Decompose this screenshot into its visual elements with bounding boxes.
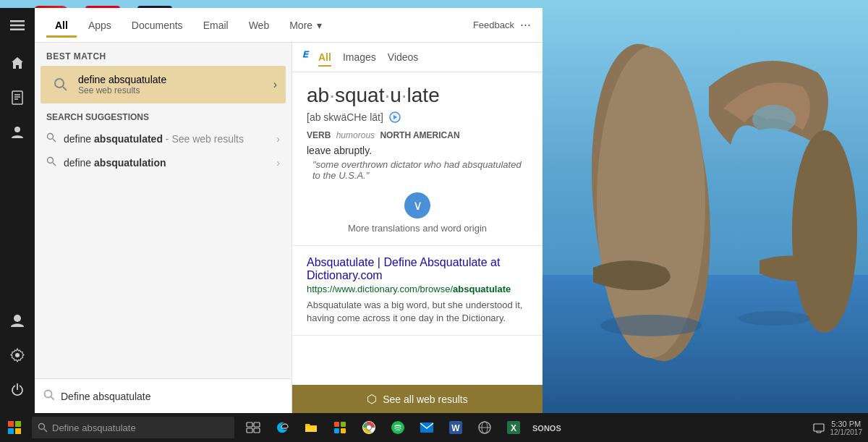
svg-point-7 bbox=[738, 311, 810, 326]
excel-icon[interactable]: X bbox=[501, 413, 527, 442]
bing-tab-videos[interactable]: Videos bbox=[388, 48, 419, 66]
dictionary-example: "some overthrown dictator who had absqua… bbox=[307, 159, 528, 181]
hamburger-menu-button[interactable] bbox=[0, 8, 35, 43]
svg-rect-60 bbox=[420, 422, 433, 433]
user-avatar-button[interactable] bbox=[0, 303, 35, 338]
svg-point-29 bbox=[15, 353, 20, 357]
see-all-web-results-bar[interactable]: ⬡ See all web results bbox=[292, 385, 542, 413]
tab-all[interactable]: All bbox=[46, 14, 77, 37]
svg-point-45 bbox=[39, 424, 45, 430]
people-nav-button[interactable] bbox=[0, 115, 35, 150]
tab-more[interactable]: More ▾ bbox=[281, 14, 331, 37]
see-all-icon: ⬡ bbox=[367, 392, 377, 406]
search-main-area: Best match define absquatulate See web r… bbox=[35, 43, 542, 413]
start-menu-sidebar bbox=[0, 8, 35, 413]
svg-line-32 bbox=[63, 87, 67, 90]
svg-rect-23 bbox=[12, 91, 22, 104]
expand-circle-icon[interactable]: ∨ bbox=[404, 192, 430, 218]
svg-text:W: W bbox=[451, 423, 460, 433]
more-dropdown-icon: ▾ bbox=[317, 20, 322, 31]
taskbar-app-icons: W X SONOS bbox=[240, 413, 566, 442]
dictionary-part-of-speech: VERB humorous NORTH AMERICAN bbox=[307, 130, 528, 140]
svg-rect-41 bbox=[8, 421, 14, 427]
svg-line-36 bbox=[53, 163, 56, 166]
notification-icon[interactable] bbox=[813, 422, 825, 433]
svg-line-46 bbox=[44, 429, 47, 432]
taskbar-search-text: Define absquatulate bbox=[52, 422, 136, 433]
taskbar-clock: 5:30 PM 12/1/2017 bbox=[830, 420, 863, 436]
tab-documents[interactable]: Documents bbox=[123, 14, 192, 37]
start-button[interactable] bbox=[0, 413, 29, 442]
svg-line-34 bbox=[53, 139, 56, 142]
sonos-icon[interactable]: SONOS bbox=[529, 413, 566, 442]
bing-tabs-bar: ᴱ All Images Videos bbox=[292, 43, 542, 72]
dictionary-link-result: Absquatulate | Define Absquatulate at Di… bbox=[292, 246, 542, 336]
suggestion-item-1[interactable]: define absquatulated - See web results › bbox=[35, 127, 292, 150]
svg-point-5 bbox=[792, 130, 857, 333]
more-translations-text: More translations and word origin bbox=[348, 223, 487, 234]
tab-apps[interactable]: Apps bbox=[80, 14, 120, 37]
bing-results-panel: ᴱ All Images Videos ab·squat·u·late [ab … bbox=[292, 43, 542, 413]
chrome-icon[interactable] bbox=[356, 413, 382, 442]
search-input-bar[interactable] bbox=[35, 378, 291, 413]
power-button[interactable] bbox=[0, 373, 35, 407]
search-bar-icon bbox=[43, 389, 55, 404]
svg-rect-55 bbox=[341, 428, 346, 433]
feedback-button[interactable]: Feedback bbox=[473, 20, 514, 30]
network-icon[interactable] bbox=[472, 413, 498, 442]
best-match-item[interactable]: define absquatulate See web results › bbox=[41, 66, 286, 103]
tab-web[interactable]: Web bbox=[240, 14, 278, 37]
home-button[interactable] bbox=[0, 46, 35, 80]
bing-tab-all[interactable]: All bbox=[318, 48, 331, 66]
svg-point-27 bbox=[14, 127, 20, 132]
settings-button[interactable] bbox=[0, 338, 35, 373]
svg-point-6 bbox=[600, 315, 702, 336]
svg-text:X: X bbox=[511, 423, 516, 433]
dictionary-link-title[interactable]: Absquatulate | Define Absquatulate at Di… bbox=[307, 256, 528, 282]
dictionary-more-button[interactable]: ∨ More translations and word origin bbox=[307, 192, 528, 234]
svg-rect-53 bbox=[341, 422, 346, 427]
search-suggestions-label: Search suggestions bbox=[35, 103, 292, 127]
suggestion-text-2: define absquatulation bbox=[64, 157, 276, 169]
best-match-title: define absquatulate bbox=[78, 74, 273, 85]
file-explorer-icon[interactable] bbox=[298, 413, 324, 442]
results-left-panel: Best match define absquatulate See web r… bbox=[35, 43, 292, 413]
best-match-arrow-icon: › bbox=[273, 78, 277, 91]
more-options-button[interactable]: ··· bbox=[520, 17, 531, 33]
filter-tabs-bar: All Apps Documents Email Web More ▾ Feed… bbox=[35, 8, 542, 43]
edge-icon[interactable] bbox=[269, 413, 295, 442]
taskbar-search-box[interactable]: Define absquatulate bbox=[32, 417, 234, 438]
svg-rect-42 bbox=[15, 421, 21, 427]
svg-point-4 bbox=[752, 105, 796, 134]
suggestion-search-icon-1 bbox=[46, 132, 56, 145]
svg-point-33 bbox=[48, 134, 54, 140]
dictionary-card: ab·squat·u·late [ab skwäCHe lāt] VERB hu… bbox=[292, 72, 542, 246]
search-panel: All Apps Documents Email Web More ▾ Feed… bbox=[35, 8, 542, 413]
svg-rect-49 bbox=[247, 428, 252, 433]
windows-store-icon[interactable] bbox=[327, 413, 353, 442]
documents-nav-button[interactable] bbox=[0, 80, 35, 115]
search-result-icon bbox=[49, 73, 72, 96]
svg-rect-54 bbox=[334, 428, 339, 433]
taskbar-right-area: 5:30 PM 12/1/2017 bbox=[813, 420, 869, 436]
svg-rect-20 bbox=[10, 20, 25, 22]
suggestion-chevron-1: › bbox=[276, 133, 280, 145]
svg-rect-44 bbox=[15, 428, 21, 434]
svg-rect-51 bbox=[305, 426, 317, 432]
tab-email[interactable]: Email bbox=[195, 14, 237, 37]
svg-point-31 bbox=[55, 79, 64, 88]
bing-tab-images[interactable]: Images bbox=[343, 48, 376, 66]
spotify-icon[interactable] bbox=[385, 413, 411, 442]
best-match-label: Best match bbox=[35, 43, 292, 66]
suggestion-item-2[interactable]: define absquatulation › bbox=[35, 150, 292, 174]
word-icon[interactable]: W bbox=[443, 413, 469, 442]
svg-rect-47 bbox=[247, 422, 252, 427]
dictionary-sound-button[interactable] bbox=[388, 110, 402, 124]
best-match-subtitle: See web results bbox=[78, 85, 273, 95]
svg-point-28 bbox=[14, 315, 21, 322]
bing-logo: ᴱ bbox=[301, 48, 307, 66]
search-text-input[interactable] bbox=[61, 391, 282, 402]
svg-rect-21 bbox=[10, 25, 25, 27]
taskview-icon[interactable] bbox=[240, 413, 266, 442]
mail-icon[interactable] bbox=[414, 413, 440, 442]
